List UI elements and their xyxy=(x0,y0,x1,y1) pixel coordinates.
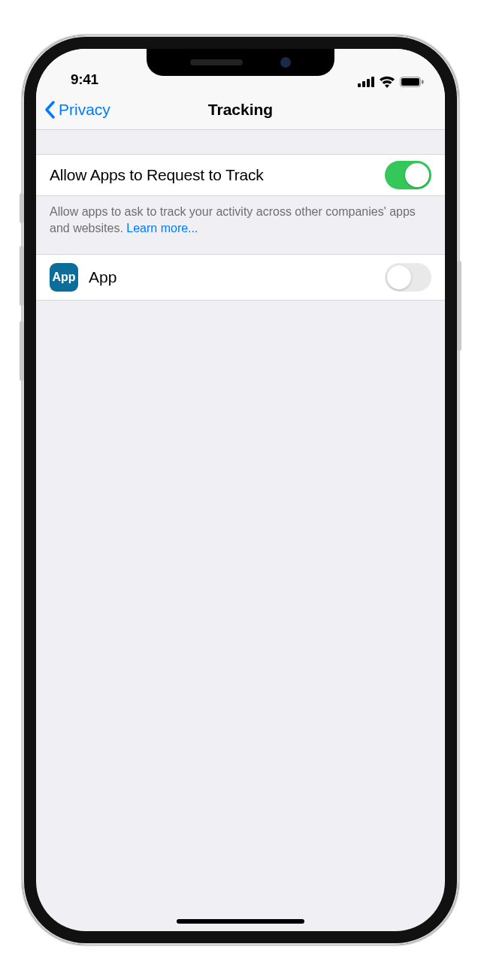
wifi-icon xyxy=(379,76,395,88)
nav-bar: Privacy Tracking xyxy=(36,89,445,130)
speaker xyxy=(190,59,243,65)
side-button xyxy=(20,321,24,381)
home-indicator[interactable] xyxy=(177,919,304,924)
app-icon: App xyxy=(50,263,78,292)
back-button[interactable]: Privacy xyxy=(44,89,110,129)
notch xyxy=(147,49,334,76)
app-name-label: App xyxy=(89,268,374,286)
app-tracking-toggle[interactable] xyxy=(385,263,431,292)
svg-rect-1 xyxy=(362,81,365,87)
status-time: 9:41 xyxy=(71,71,98,88)
allow-tracking-row: Allow Apps to Request to Track xyxy=(36,154,445,196)
side-button xyxy=(20,193,24,223)
app-row: App App xyxy=(36,254,445,301)
iphone-frame: 9:41 Privacy Tracking Allow Apps to Requ… xyxy=(23,35,458,945)
allow-tracking-toggle[interactable] xyxy=(385,161,431,189)
side-button xyxy=(457,261,461,351)
svg-rect-2 xyxy=(367,79,370,87)
page-title: Tracking xyxy=(208,101,273,119)
toggle-knob xyxy=(405,163,429,187)
svg-rect-6 xyxy=(422,80,424,84)
content: Allow Apps to Request to Track Allow app… xyxy=(36,130,445,301)
toggle-knob xyxy=(387,265,411,289)
side-button xyxy=(20,246,24,306)
cellular-icon xyxy=(358,77,374,87)
chevron-left-icon xyxy=(44,101,56,119)
back-label: Privacy xyxy=(59,101,110,119)
battery-icon xyxy=(400,77,424,87)
learn-more-link[interactable]: Learn more... xyxy=(126,222,198,234)
status-icons xyxy=(358,76,424,88)
svg-rect-0 xyxy=(358,83,361,87)
svg-rect-3 xyxy=(371,77,374,87)
footer-text: Allow apps to ask to track your activity… xyxy=(50,205,416,234)
screen: 9:41 Privacy Tracking Allow Apps to Requ… xyxy=(36,49,445,931)
svg-rect-5 xyxy=(401,78,419,86)
front-camera xyxy=(280,57,291,68)
allow-tracking-footer: Allow apps to ask to track your activity… xyxy=(36,196,445,254)
allow-tracking-label: Allow Apps to Request to Track xyxy=(50,166,264,184)
